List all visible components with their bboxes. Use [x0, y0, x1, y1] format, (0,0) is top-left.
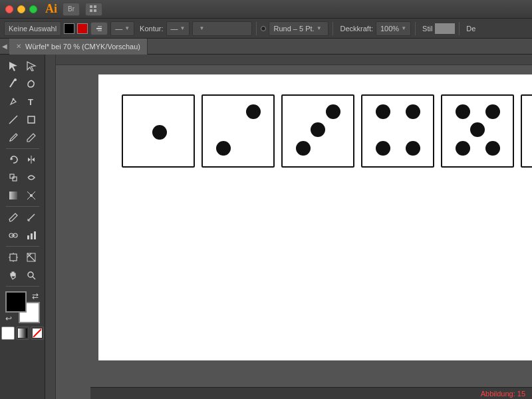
tool-row-9: [5, 209, 40, 226]
kontur-arrow: ▼: [180, 25, 186, 31]
tool-row-10: [5, 227, 40, 244]
tool-row-6: [5, 151, 40, 168]
document-tab[interactable]: ✕ Würfel* bei 70 % (CMYK/Vorschau): [9, 39, 148, 55]
rect-tool[interactable]: [23, 111, 40, 128]
rund-label: Rund – 5 Pt.: [273, 25, 314, 33]
tab-label: Würfel* bei 70 % (CMYK/Vorschau): [25, 43, 140, 51]
rotate-icon: [8, 154, 19, 165]
deckkraft-label: Deckkraft:: [340, 25, 373, 33]
kontur-style-dropdown[interactable]: ▼: [192, 21, 252, 36]
svg-text:T: T: [28, 97, 33, 107]
statusbar: Abbildung: 15: [90, 387, 532, 399]
rund-dropdown[interactable]: Rund – 5 Pt. ▼: [269, 21, 329, 36]
solid-color-button[interactable]: [1, 327, 15, 340]
app-logo: Ai: [45, 2, 57, 16]
svg-line-23: [28, 214, 35, 221]
svg-marker-13: [11, 158, 13, 160]
tool-separator-1: [6, 148, 39, 149]
selection-tool[interactable]: [5, 57, 22, 74]
stroke-options-button[interactable]: [90, 22, 108, 35]
color-mode-row: [1, 327, 44, 340]
line-icon: [8, 114, 19, 125]
dot-4-3: [376, 141, 390, 156]
magic-wand-tool[interactable]: [5, 75, 22, 92]
deckkraft-input[interactable]: 100% ▼: [376, 21, 411, 36]
die-3: [281, 94, 354, 168]
die-5: [441, 94, 514, 168]
lasso-tool[interactable]: [23, 75, 40, 92]
artboard-tool[interactable]: [5, 249, 22, 266]
selection-dropdown[interactable]: Keine Auswahl: [4, 21, 61, 36]
tool-row-8: [5, 187, 40, 204]
pencil-tool[interactable]: [23, 129, 40, 146]
measure-tool[interactable]: [23, 209, 40, 226]
stroke-swatch[interactable]: [77, 23, 88, 34]
stroke-foreground-swatch[interactable]: [5, 291, 27, 313]
gradient-tool[interactable]: [5, 187, 22, 204]
traffic-lights: [5, 5, 37, 13]
rund-arrow: ▼: [317, 25, 322, 31]
line-tool[interactable]: [5, 111, 22, 128]
tab-scroll-left[interactable]: ◀: [0, 39, 9, 55]
swap-colors-button[interactable]: ⇄: [32, 291, 39, 301]
magic-wand-icon: [8, 78, 19, 89]
paintbrush-tool[interactable]: [5, 129, 22, 146]
stroke-type-label: —: [115, 25, 122, 33]
selection-label: Keine Auswahl: [9, 25, 57, 33]
svg-rect-0: [90, 5, 92, 8]
zoom-tool[interactable]: [23, 267, 40, 284]
svg-rect-29: [27, 235, 29, 239]
tool-row-4: [5, 111, 40, 128]
status-text: Abbildung: 15: [481, 390, 525, 398]
svg-marker-16: [32, 158, 35, 162]
chart-tool[interactable]: [23, 227, 40, 244]
svg-line-6: [10, 80, 15, 87]
maximize-button[interactable]: [29, 5, 37, 13]
rotate-tool[interactable]: [5, 151, 22, 168]
svg-point-38: [28, 272, 33, 277]
no-fill-button[interactable]: [31, 327, 44, 340]
artboard-icon: [8, 252, 19, 263]
measure-icon: [26, 212, 37, 223]
svg-point-8: [13, 98, 15, 100]
mirror-tool[interactable]: [23, 151, 40, 168]
stil-swatch[interactable]: [435, 23, 455, 34]
type-tool[interactable]: T: [23, 93, 40, 110]
reset-colors-button[interactable]: ↩: [5, 314, 12, 323]
divider3: [415, 22, 416, 35]
tabbar: ◀ ✕ Würfel* bei 70 % (CMYK/Vorschau): [0, 39, 532, 55]
hand-tool[interactable]: [5, 267, 22, 284]
scale-tool[interactable]: [5, 169, 22, 186]
slice-tool[interactable]: [23, 249, 40, 266]
mesh-tool[interactable]: [23, 187, 40, 204]
slice-icon: [26, 252, 37, 263]
lasso-icon: [26, 78, 37, 89]
tool-row-5: [5, 129, 40, 146]
svg-rect-40: [18, 329, 27, 338]
mesh-icon: [26, 190, 37, 201]
gradient-button[interactable]: [16, 327, 29, 340]
main-area: T: [0, 55, 532, 399]
tab-close-button[interactable]: ✕: [16, 43, 21, 50]
dot-2-2: [216, 141, 231, 156]
blend-tool[interactable]: [5, 227, 22, 244]
svg-rect-11: [28, 116, 35, 123]
svg-rect-32: [10, 254, 17, 261]
svg-rect-2: [90, 9, 92, 12]
grid-view-button[interactable]: [85, 3, 102, 16]
die-1: [122, 94, 195, 168]
svg-rect-19: [9, 192, 17, 200]
bridge-button[interactable]: Br: [63, 3, 80, 16]
stroke-type-dropdown[interactable]: — ▼: [110, 21, 134, 36]
direct-selection-tool[interactable]: [23, 57, 40, 74]
minimize-button[interactable]: [17, 5, 25, 13]
eyedropper-tool[interactable]: [5, 209, 22, 226]
tool-row-1: [5, 57, 40, 74]
svg-rect-18: [13, 177, 17, 181]
fill-swatch[interactable]: [64, 23, 74, 34]
pen-tool[interactable]: [5, 93, 22, 110]
close-button[interactable]: [5, 5, 13, 13]
kontur-value-dropdown[interactable]: — ▼: [166, 21, 190, 36]
warp-tool[interactable]: [23, 169, 40, 186]
paintbrush-icon: [8, 132, 19, 143]
